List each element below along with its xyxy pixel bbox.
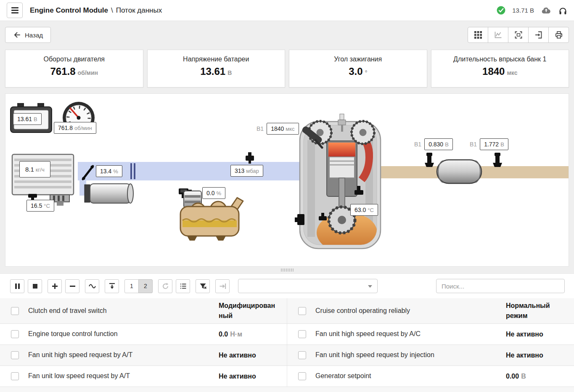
param-name: Clutch end of travel switch bbox=[28, 306, 219, 315]
goto-icon bbox=[219, 282, 227, 290]
param-cell[interactable]: Fan unit high speed request by A/C Не ак… bbox=[287, 324, 574, 344]
air-flow-label: 8.1кг/ч bbox=[19, 161, 50, 177]
title-section: Поток данных bbox=[116, 6, 162, 14]
scale-fit-icon bbox=[108, 282, 116, 290]
title-separator: \ bbox=[111, 6, 113, 14]
param-cell[interactable]: Fan unit high speed request by A/T Не ак… bbox=[0, 345, 287, 366]
menu-button[interactable] bbox=[7, 3, 23, 18]
page-2-button[interactable]: 2 bbox=[138, 279, 153, 293]
refresh-icon bbox=[161, 282, 169, 290]
add-parameter-button[interactable] bbox=[48, 279, 62, 293]
label-unit: % bbox=[216, 190, 221, 196]
label-value: 13.4 bbox=[100, 168, 111, 175]
engine-icon bbox=[300, 114, 381, 253]
param-value: Модифицированный bbox=[219, 301, 278, 321]
engine-rpm-label: 761.8об/мин bbox=[54, 122, 96, 134]
pause-button[interactable] bbox=[10, 279, 24, 293]
header-status: 13.71 В bbox=[497, 6, 567, 15]
goto-button[interactable] bbox=[215, 279, 230, 293]
row-checkbox[interactable] bbox=[11, 372, 19, 380]
remove-parameter-button[interactable] bbox=[65, 279, 79, 293]
injection-duration-label: B1 1840мкс bbox=[257, 123, 299, 135]
param-value-number: Не активно bbox=[506, 331, 543, 338]
param-cell[interactable]: Engine torque control function 0.0Н·м bbox=[0, 324, 287, 344]
card-unit: об/мин bbox=[78, 69, 98, 76]
table-row: Clutch end of travel switch Модифицирова… bbox=[0, 298, 574, 324]
chart-view-button[interactable] bbox=[488, 27, 508, 43]
group-select[interactable] bbox=[238, 279, 378, 293]
clear-filter-button[interactable] bbox=[196, 279, 210, 293]
page-1-label: 1 bbox=[130, 283, 133, 289]
row-checkbox[interactable] bbox=[11, 351, 19, 359]
list-button[interactable] bbox=[176, 279, 190, 293]
refresh-button[interactable] bbox=[158, 279, 172, 293]
title-module: Engine Control Module bbox=[30, 6, 108, 14]
coolant-temp-label: 63.0°C bbox=[350, 204, 378, 216]
back-button[interactable]: Назад bbox=[5, 27, 51, 43]
oil-sensor-icon bbox=[295, 214, 304, 225]
page-2-label: 2 bbox=[144, 283, 147, 289]
row-checkbox[interactable] bbox=[298, 351, 306, 359]
param-cell[interactable]: Clutch end of travel switch Модифицирова… bbox=[0, 298, 287, 323]
bank-label: B1 bbox=[414, 141, 421, 148]
engine-diagram-svg bbox=[5, 94, 569, 266]
o2-sensor-pre-icon bbox=[425, 153, 434, 167]
card-value-number: 3.0 bbox=[349, 66, 362, 77]
label-unit: кг/ч bbox=[36, 167, 45, 173]
param-cell[interactable]: Cruise control operating reliably Нормал… bbox=[287, 298, 574, 323]
search-input[interactable] bbox=[436, 279, 565, 293]
param-value: Не активно bbox=[506, 329, 566, 339]
headphones-button[interactable] bbox=[558, 6, 567, 15]
row-checkbox[interactable] bbox=[11, 330, 19, 338]
plus-icon bbox=[51, 282, 59, 290]
param-value-number: Не активно bbox=[506, 352, 543, 359]
param-value-number: 0.00 bbox=[506, 373, 519, 380]
expand-icon bbox=[514, 31, 523, 39]
row-checkbox[interactable] bbox=[11, 307, 19, 315]
label-unit: °C bbox=[44, 203, 50, 209]
purge-duty-label: 0.0% bbox=[202, 187, 225, 199]
data-stream-panel: 1 2 Clutch end of travel switch Модифици… bbox=[0, 273, 574, 392]
table-row: Engine torque control function 0.0Н·м Fa… bbox=[0, 324, 574, 345]
filter-clear-icon bbox=[199, 282, 207, 290]
param-cell[interactable]: Generator setpoint 0.00В bbox=[287, 366, 574, 387]
param-name: Engine torque control function bbox=[28, 329, 219, 339]
label-unit: мкс bbox=[286, 126, 294, 132]
print-icon bbox=[555, 31, 563, 39]
print-button[interactable] bbox=[548, 27, 569, 43]
row-checkbox[interactable] bbox=[298, 307, 306, 315]
param-value-number: Не активно bbox=[219, 373, 256, 380]
chevron-down-icon bbox=[368, 285, 372, 288]
page-1-button[interactable]: 1 bbox=[124, 279, 139, 293]
graph-button[interactable] bbox=[85, 279, 99, 293]
param-name: Cruise control operating reliably bbox=[315, 306, 506, 315]
param-value-number: 0.0 bbox=[219, 331, 228, 338]
metrics-row: Обороты двигателя 761.8об/мин Напряжение… bbox=[0, 50, 574, 87]
chart-icon bbox=[494, 31, 503, 39]
row-checkbox[interactable] bbox=[298, 330, 306, 338]
intake-temp-label: 16.5°C bbox=[26, 200, 54, 212]
splitter-handle[interactable] bbox=[0, 267, 574, 273]
label-unit: °C bbox=[368, 207, 374, 213]
param-name: Fan unit high speed request by A/C bbox=[315, 329, 506, 339]
stop-button[interactable] bbox=[28, 279, 42, 293]
fit-view-button[interactable] bbox=[508, 27, 529, 43]
stream-toolbar: 1 2 bbox=[0, 274, 574, 298]
view-toolbar bbox=[468, 27, 569, 43]
splitter-dots-icon bbox=[280, 268, 294, 272]
param-cell[interactable]: Fan unit low speed request by A/T Не акт… bbox=[0, 366, 287, 387]
param-cell[interactable]: Fan unit high speed request by injection… bbox=[287, 345, 574, 366]
param-value-number: Нормальный режим bbox=[506, 302, 550, 319]
grid-view-button[interactable] bbox=[468, 27, 488, 43]
row-checkbox[interactable] bbox=[298, 372, 306, 380]
param-value-number: Не активно bbox=[219, 352, 256, 359]
cloud-upload-button[interactable] bbox=[541, 6, 552, 15]
param-value: Нормальный режим bbox=[506, 301, 566, 321]
minus-icon bbox=[69, 282, 77, 290]
page-title: Engine Control Module\Поток данных bbox=[30, 6, 162, 15]
export-button[interactable] bbox=[528, 27, 549, 43]
engine-diagram-panel: 13.61В 761.8об/мин 8.1кг/ч 16.5°C 13.4% … bbox=[5, 93, 569, 267]
scale-button[interactable] bbox=[105, 279, 119, 293]
param-name: Fan unit low speed request by A/T bbox=[28, 371, 219, 381]
metric-card-rpm: Обороты двигателя 761.8об/мин bbox=[5, 50, 143, 87]
